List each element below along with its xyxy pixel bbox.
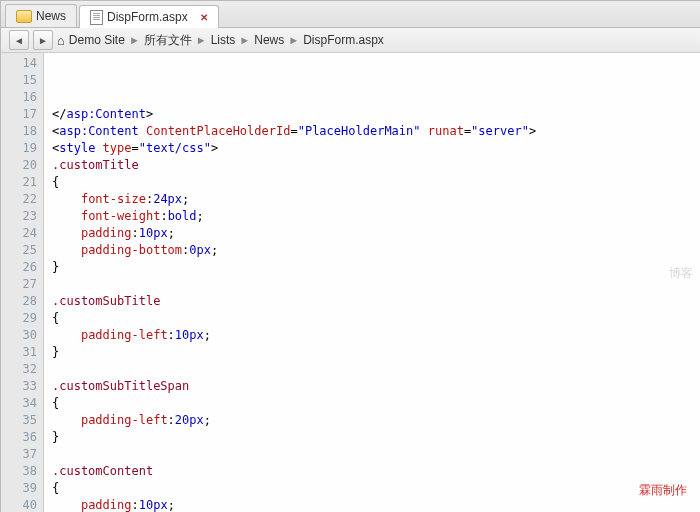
line-number: 18 [1, 123, 37, 140]
line-number: 19 [1, 140, 37, 157]
code-line[interactable]: .customSubTitle [52, 293, 693, 310]
line-number: 27 [1, 276, 37, 293]
tab-label: DispForm.aspx [107, 10, 188, 24]
line-number: 20 [1, 157, 37, 174]
line-number: 22 [1, 191, 37, 208]
tab-dispform[interactable]: DispForm.aspx ✕ [79, 5, 219, 28]
tab-label: News [36, 9, 66, 23]
code-line[interactable]: .customSubTitleSpan [52, 378, 693, 395]
crumb-item[interactable]: News [254, 33, 284, 47]
code-line[interactable]: <asp:Content ContentPlaceHolderId="Place… [52, 123, 693, 140]
line-number: 23 [1, 208, 37, 225]
code-line[interactable]: padding-left:10px; [52, 327, 693, 344]
code-line[interactable]: } [52, 344, 693, 361]
line-number: 40 [1, 497, 37, 512]
chevron-right-icon: ► [288, 34, 299, 46]
line-number: 16 [1, 89, 37, 106]
chevron-right-icon: ► [129, 34, 140, 46]
code-line[interactable]: padding-left:20px; [52, 412, 693, 429]
watermark-grey: 博客 [669, 265, 693, 282]
code-line[interactable] [52, 446, 693, 463]
code-line[interactable]: { [52, 174, 693, 191]
line-number: 28 [1, 293, 37, 310]
close-icon[interactable]: ✕ [200, 12, 208, 23]
code-line[interactable] [52, 361, 693, 378]
breadcrumb-bar: ◄ ► ⌂ Demo Site ► 所有文件 ► Lists ► News ► … [1, 28, 700, 53]
app-window: News DispForm.aspx ✕ ◄ ► ⌂ Demo Site ► 所… [0, 0, 700, 512]
back-button[interactable]: ◄ [9, 30, 29, 50]
line-number: 31 [1, 344, 37, 361]
line-number: 29 [1, 310, 37, 327]
code-line[interactable]: { [52, 310, 693, 327]
code-line[interactable]: </asp:Content> [52, 106, 693, 123]
forward-button[interactable]: ► [33, 30, 53, 50]
code-line[interactable]: { [52, 395, 693, 412]
line-number: 36 [1, 429, 37, 446]
code-line[interactable]: } [52, 259, 693, 276]
line-number: 14 [1, 55, 37, 72]
file-icon [90, 10, 103, 25]
code-line[interactable]: .customContent [52, 463, 693, 480]
home-icon[interactable]: ⌂ [57, 33, 65, 48]
code-line[interactable]: .customTitle [52, 157, 693, 174]
code-line[interactable] [52, 276, 693, 293]
code-line[interactable] [52, 89, 693, 106]
code-line[interactable]: padding:10px; [52, 225, 693, 242]
line-number: 24 [1, 225, 37, 242]
tab-news[interactable]: News [5, 4, 77, 27]
line-number: 33 [1, 378, 37, 395]
code-line[interactable]: font-size:24px; [52, 191, 693, 208]
code-line[interactable]: font-weight:bold; [52, 208, 693, 225]
code-line[interactable]: <style type="text/css"> [52, 140, 693, 157]
crumb-item[interactable]: Lists [211, 33, 236, 47]
line-number: 32 [1, 361, 37, 378]
code-line[interactable]: } [52, 429, 693, 446]
line-number: 34 [1, 395, 37, 412]
tab-bar: News DispForm.aspx ✕ [1, 1, 700, 28]
line-gutter: 1415161718192021222324252627282930313233… [1, 53, 44, 512]
crumb-item[interactable]: Demo Site [69, 33, 125, 47]
code-line[interactable]: padding-bottom:0px; [52, 242, 693, 259]
line-number: 26 [1, 259, 37, 276]
chevron-right-icon: ► [239, 34, 250, 46]
crumb-item[interactable]: 所有文件 [144, 32, 192, 49]
chevron-right-icon: ► [196, 34, 207, 46]
line-number: 21 [1, 174, 37, 191]
line-number: 37 [1, 446, 37, 463]
code-area[interactable]: </asp:Content><asp:Content ContentPlaceH… [44, 53, 700, 512]
line-number: 38 [1, 463, 37, 480]
folder-icon [16, 10, 32, 23]
line-number: 15 [1, 72, 37, 89]
code-line[interactable]: padding:10px; [52, 497, 693, 512]
crumb-item[interactable]: DispForm.aspx [303, 33, 384, 47]
code-line[interactable]: { [52, 480, 693, 497]
code-editor[interactable]: 1415161718192021222324252627282930313233… [1, 53, 700, 512]
watermark-text: 霖雨制作 [639, 482, 687, 499]
line-number: 39 [1, 480, 37, 497]
line-number: 25 [1, 242, 37, 259]
line-number: 35 [1, 412, 37, 429]
line-number: 17 [1, 106, 37, 123]
line-number: 30 [1, 327, 37, 344]
